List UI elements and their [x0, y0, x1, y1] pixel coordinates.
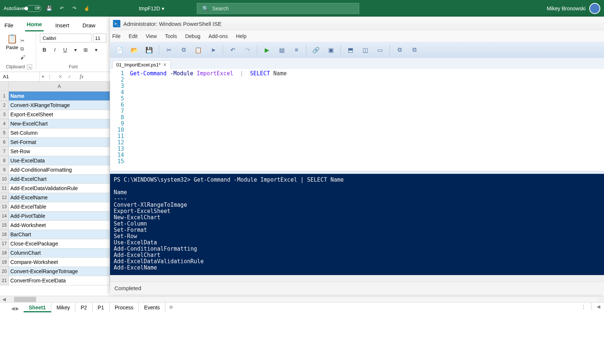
cell[interactable]: Set-Format [9, 138, 110, 147]
sheet-tab-process[interactable]: Process [110, 303, 139, 312]
excel-hscroll[interactable]: ◀ [0, 296, 604, 302]
cell[interactable]: Add-ExcelDataValidationRule [9, 184, 110, 193]
underline-dd-icon[interactable]: ▾ [71, 45, 80, 54]
ise-editor[interactable]: 123456789101112131415 Get-Command -Modul… [110, 69, 604, 171]
row-header[interactable]: 13 [0, 202, 9, 212]
row-header[interactable]: 4 [0, 119, 9, 128]
cell[interactable]: Convert-ExcelRangeToImage [9, 267, 110, 276]
cell[interactable]: Use-ExcelData [9, 156, 110, 165]
cell[interactable]: Set-Column [9, 128, 110, 138]
paste-icon[interactable]: 📋 [192, 44, 205, 56]
cancel-formula-icon[interactable]: ✕ [58, 74, 62, 79]
cell[interactable]: Set-Row [9, 147, 110, 156]
save-file-icon[interactable]: 💾 [143, 44, 156, 56]
row-header[interactable]: 16 [0, 230, 9, 239]
redo-icon[interactable]: ↷ [241, 44, 254, 56]
ise-splitter[interactable] [110, 171, 604, 174]
row-header[interactable]: 15 [0, 221, 9, 230]
autosave-toggle[interactable]: AutoSave Off [4, 5, 41, 12]
format-painter-icon[interactable]: 🖌 [20, 54, 25, 60]
cell[interactable]: BarChart [9, 230, 110, 239]
ribbon-tab-draw[interactable]: Draw [81, 20, 97, 31]
show-addon-icon[interactable]: ⧉ [408, 44, 421, 56]
open-file-icon[interactable]: 📂 [128, 44, 141, 56]
close-tab-icon[interactable]: ✕ [163, 62, 167, 68]
sheet-tab-mikey[interactable]: Mikey [51, 303, 76, 312]
row-header[interactable]: 12 [0, 193, 9, 202]
border-button[interactable]: ⊞ [81, 45, 90, 54]
sheet-tab-events[interactable]: Events [139, 303, 165, 312]
clear-icon[interactable]: ➤ [206, 44, 220, 56]
ise-code[interactable]: Get-Command -Module ImportExcel | SELECT… [126, 69, 604, 171]
fx-icon[interactable]: fx [77, 74, 83, 80]
cell[interactable]: Close-ExcelPackage [9, 239, 110, 248]
ise-menu-tools[interactable]: Tools [165, 33, 177, 39]
layout3-icon[interactable]: ▭ [373, 44, 387, 56]
ise-menu-help[interactable]: Help [236, 33, 247, 39]
row-header[interactable]: 20 [0, 267, 9, 276]
avatar[interactable] [589, 3, 600, 14]
border-dd-icon[interactable]: ▾ [92, 45, 100, 54]
font-name-select[interactable] [40, 34, 92, 42]
bold-button[interactable]: B [40, 45, 49, 54]
cell[interactable]: Add-ExcelChart [9, 175, 110, 184]
row-header[interactable]: 10 [0, 175, 9, 184]
row-header[interactable]: 7 [0, 147, 9, 156]
layout1-icon[interactable]: ⬒ [344, 44, 357, 56]
cell[interactable]: ConvertFrom-ExcelData [9, 276, 110, 285]
filename[interactable]: tmpF12D ▾ [139, 6, 164, 11]
new-file-icon[interactable]: 📄 [113, 44, 126, 56]
ise-script-tab[interactable]: 01_ImportExcel.ps1* ✕ [112, 60, 171, 69]
row-header[interactable]: 17 [0, 239, 9, 248]
name-box[interactable]: A1 [0, 72, 40, 81]
tab-next-icon[interactable]: ▶ [16, 306, 19, 311]
copy-icon[interactable]: ⧉ [177, 44, 190, 56]
cell[interactable]: Add-PivotTable [9, 212, 110, 221]
clipboard-launcher-icon[interactable]: ↘ [27, 65, 32, 69]
row-header[interactable]: 3 [0, 110, 9, 119]
stop-icon[interactable]: ■ [290, 44, 303, 56]
undo-icon[interactable]: ↶ [57, 4, 66, 13]
italic-button[interactable]: I [50, 45, 59, 54]
ise-title-bar[interactable]: >_ Administrator: Windows PowerShell ISE [110, 17, 604, 31]
enter-formula-icon[interactable]: ✓ [68, 74, 72, 79]
hscroll-left-icon[interactable]: ◀ [597, 304, 600, 309]
underline-button[interactable]: U [61, 45, 69, 54]
ise-menu-file[interactable]: File [112, 33, 121, 39]
row-header[interactable]: 2 [0, 101, 9, 110]
cell[interactable]: Convert-XlRangeToImage [9, 101, 110, 110]
cell[interactable]: Compare-Worksheet [9, 258, 110, 267]
cell[interactable]: ColumnChart [9, 248, 110, 258]
ribbon-tab-home[interactable]: Home [25, 19, 44, 31]
undo-icon[interactable]: ↶ [226, 44, 239, 56]
sheet-tab-sheet1[interactable]: Sheet1 [24, 303, 51, 312]
layout2-icon[interactable]: ◫ [358, 44, 372, 56]
show-command-icon[interactable]: ⧉ [393, 44, 406, 56]
ribbon-tab-file[interactable]: File [3, 20, 15, 31]
run-selection-icon[interactable]: ▤ [275, 44, 288, 56]
sheet-tab-p1[interactable]: P1 [93, 303, 110, 312]
search-box[interactable]: 🔍 Search [197, 3, 359, 14]
touch-icon[interactable]: ☝ [82, 4, 92, 13]
cell[interactable]: Add-ExcelName [9, 193, 110, 202]
row-header[interactable]: 11 [0, 184, 9, 193]
user-area[interactable]: Mikey Bronowski [547, 3, 600, 14]
row-header[interactable]: 1 [0, 92, 9, 101]
font-size-input[interactable] [93, 34, 106, 42]
cut-icon[interactable]: ✂ [162, 44, 175, 56]
row-header[interactable]: 21 [0, 276, 9, 285]
name-box-dropdown-icon[interactable]: ▾ [40, 74, 46, 79]
row-header[interactable]: 18 [0, 248, 9, 258]
row-header[interactable]: 8 [0, 156, 9, 165]
tab-prev-icon[interactable]: ◀ [11, 306, 15, 311]
cell[interactable]: Export-ExcelSheet [9, 110, 110, 119]
col-header-a[interactable]: A [9, 82, 110, 92]
paste-button[interactable]: 📋 Paste [6, 34, 18, 64]
sheet-tab-p2[interactable]: P2 [75, 303, 92, 312]
remote-icon[interactable]: 🔗 [309, 44, 323, 56]
row-header[interactable]: 5 [0, 128, 9, 138]
save-icon[interactable]: 💾 [44, 4, 54, 13]
ise-console[interactable]: PS C:\WINDOWS\system32> Get-Command -Mod… [110, 174, 604, 275]
cell[interactable]: New-ExcelChart [9, 119, 110, 128]
row-header[interactable]: 19 [0, 258, 9, 267]
